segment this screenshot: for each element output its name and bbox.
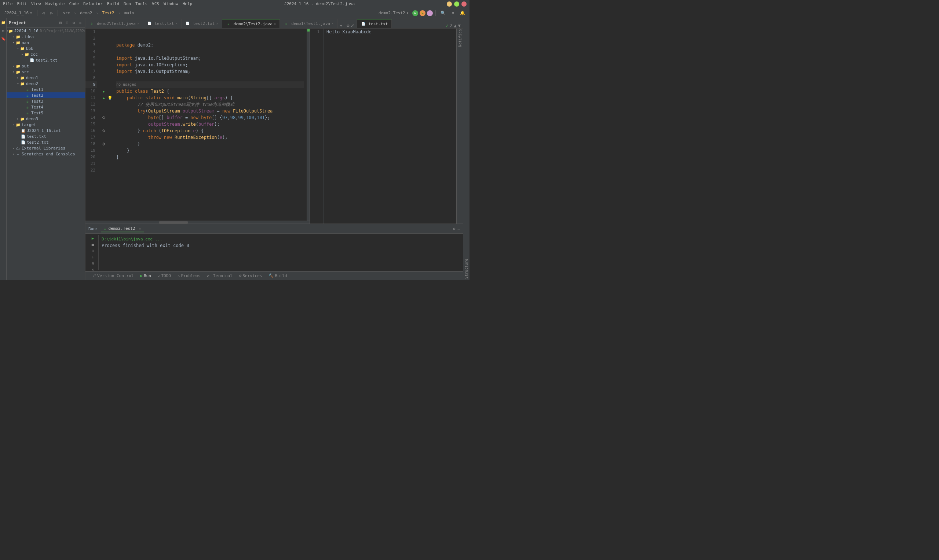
tab-close-2[interactable]: ✕ <box>216 22 218 25</box>
panel-icon-expand[interactable]: ⊞ <box>58 20 63 26</box>
tree-item-demo3[interactable]: ▸ 📁 demo3 <box>6 116 85 122</box>
run-settings-icon[interactable]: ⚙ <box>453 226 456 231</box>
bottom-tab-terminal[interactable]: >_ Terminal <box>204 273 236 279</box>
menu-run[interactable]: Run <box>123 2 131 6</box>
structure-label[interactable]: Structure <box>464 259 469 278</box>
bulb-icon-11[interactable]: 💡 <box>108 95 113 100</box>
tab-close-3[interactable]: ✕ <box>274 22 276 26</box>
toolbar-run-config[interactable]: demo2.Test2 ▾ <box>376 10 411 16</box>
bottom-tab-run[interactable]: ▶ Run <box>137 273 154 279</box>
toolbar-settings[interactable]: ⚙ <box>449 10 456 16</box>
maximize-button[interactable] <box>454 2 459 6</box>
breadcrumb-test2[interactable]: Test2 <box>100 10 117 16</box>
toolbar-navigate-back[interactable]: ◁ <box>40 10 47 16</box>
menu-edit[interactable]: Edit <box>17 2 27 6</box>
run-stop-button[interactable]: ■ <box>90 242 96 247</box>
debug-button[interactable]: 🐛 <box>419 10 426 16</box>
tab-test2txt[interactable]: 📄 test2.txt ✕ <box>182 19 222 28</box>
run-close-button[interactable]: ✕ <box>90 267 96 271</box>
menu-file[interactable]: File <box>3 2 13 6</box>
tree-item-test5[interactable]: ▸ ☕ Test5 <box>6 110 85 116</box>
panel-icon-settings[interactable]: ⚙ <box>71 20 76 26</box>
tab-action-expand[interactable]: ⤢ <box>351 23 354 28</box>
run-minimize-icon[interactable]: — <box>457 226 460 231</box>
run-tab-close[interactable]: ✕ <box>139 227 141 231</box>
run-scroll-button[interactable]: ↓ <box>90 255 96 260</box>
tree-item-target[interactable]: ▸ 📁 target <box>6 122 85 128</box>
tab-second-testtxt[interactable]: 📄 test.txt <box>357 19 392 28</box>
tree-item-demo1[interactable]: ▸ 📁 demo1 <box>6 75 85 81</box>
toolbar-notifications-btn[interactable]: 🔔 <box>458 10 467 16</box>
tab-demo2-test1[interactable]: ☕ demo2\Test1.java ✕ <box>85 19 143 28</box>
bottom-tab-todo[interactable]: ☑ TODO <box>155 273 174 279</box>
bottom-tab-services[interactable]: ⚙ Services <box>236 273 265 279</box>
tree-item-testtxt[interactable]: ▸ 📄 test.txt <box>6 134 85 139</box>
tab-action-settings[interactable]: ⚙ <box>347 23 349 28</box>
tree-item-demo2[interactable]: ▾ 📁 demo2 <box>6 81 85 86</box>
tree-item-ccc[interactable]: ▸ 📁 ccc <box>6 51 85 57</box>
menu-view[interactable]: View <box>31 2 41 6</box>
editor-scrollbar-h[interactable] <box>85 221 310 223</box>
tree-item-test2[interactable]: ▸ ☕ Test2 <box>6 92 85 98</box>
tree-item-test1[interactable]: ▸ ☕ Test1 <box>6 86 85 92</box>
activity-structure-icon[interactable]: ⊞ <box>1 28 6 33</box>
tab-close-0[interactable]: ✕ <box>137 22 139 25</box>
minimize-button[interactable] <box>447 2 452 6</box>
menu-window[interactable]: Window <box>163 2 178 6</box>
run-arrow-11[interactable]: ▶ <box>103 96 105 100</box>
tree-item-scratches[interactable]: ▸ ✏ Scratches and Consoles <box>6 151 85 157</box>
activity-bookmark-icon[interactable]: 🔖 <box>1 36 6 41</box>
notifications-label[interactable]: Notifications <box>457 30 463 35</box>
run-tab-demo2-test2[interactable]: ☕ demo2.Test2 ✕ <box>101 225 144 232</box>
panel-icon-close[interactable]: ✕ <box>78 20 83 26</box>
breadcrumb-main[interactable]: main <box>122 10 136 16</box>
tab-close-1[interactable]: ✕ <box>175 22 177 25</box>
menu-refactor[interactable]: Refactor <box>83 2 103 6</box>
run-filter-button[interactable]: ⊞ <box>90 248 96 253</box>
tree-item-out[interactable]: ▸ 📁 out <box>6 63 85 69</box>
close-button[interactable] <box>461 2 467 6</box>
bottom-tab-build[interactable]: 🔨 Build <box>265 273 290 279</box>
run-rerun-button[interactable]: ▶ <box>90 236 96 241</box>
breadcrumb-src[interactable]: src <box>60 10 72 16</box>
menu-navigate[interactable]: Navigate <box>45 2 65 6</box>
tree-item-aaa[interactable]: ▾ 📁 aaa <box>6 40 85 45</box>
activity-project-icon[interactable]: 📁 <box>1 20 6 25</box>
tree-item-extlib[interactable]: ▸ 🗂 External Libraries <box>6 145 85 151</box>
tree-item-idea[interactable]: ▸ 📁 .idea <box>6 34 85 40</box>
profile-button[interactable] <box>427 10 433 16</box>
tab-close-4[interactable]: ✕ <box>332 22 333 25</box>
tree-item-root[interactable]: ▾ 📁 J2024_1_16 D:\Project\JAVA\J2024 <box>6 28 85 34</box>
tree-item-src[interactable]: ▾ 📁 src <box>6 69 85 75</box>
second-code-content[interactable]: Hello XiaoMaabcde <box>324 29 456 223</box>
code-content[interactable]: package demo2 ; import java.io.FileOutpu… <box>113 29 307 221</box>
menu-help[interactable]: Help <box>183 2 193 6</box>
toolbar-project-selector[interactable]: J2024_1_16 ▾ <box>2 10 34 16</box>
tab-testtxt[interactable]: 📄 test.txt ✕ <box>143 19 181 28</box>
folder-icon-demo1: 📁 <box>20 75 25 80</box>
tree-item-test3[interactable]: ▸ ☕ Test3 <box>6 98 85 104</box>
tree-item-iml[interactable]: ▸ 📋 J2024_1_16.iml <box>6 128 85 134</box>
second-tab-nav-up[interactable]: ▲ <box>454 23 456 28</box>
bottom-tab-problems[interactable]: ⚠ Problems <box>174 273 204 279</box>
tab-demo1-test1[interactable]: ☕ demo1\Test1.java ✕ <box>280 19 338 28</box>
menu-tools[interactable]: Tools <box>135 2 148 6</box>
toolbar-navigate-forward[interactable]: ▷ <box>48 10 55 16</box>
tree-item-bbb[interactable]: ▾ 📁 bbb <box>6 45 85 51</box>
run-print-button[interactable]: 🖨 <box>90 261 96 266</box>
menu-code[interactable]: Code <box>69 2 79 6</box>
breadcrumb-demo2[interactable]: demo2 <box>78 10 94 16</box>
run-button[interactable]: ▶ <box>412 10 418 16</box>
menu-vcs[interactable]: VCS <box>152 2 159 6</box>
toolbar-search[interactable]: 🔍 <box>438 10 448 16</box>
panel-icon-collapse[interactable]: ⊟ <box>65 20 70 26</box>
bottom-tab-version-control[interactable]: ⎇ Version Control <box>88 273 136 279</box>
second-tab-nav-down[interactable]: ▼ <box>458 23 461 28</box>
tab-overflow-button[interactable]: ▾ <box>338 23 345 28</box>
tree-item-test4[interactable]: ▸ ☕ Test4 <box>6 104 85 110</box>
tree-item-test2txt-inner[interactable]: ▸ 📄 test2.txt <box>6 57 85 63</box>
menu-build[interactable]: Build <box>107 2 119 6</box>
run-arrow-10[interactable]: ▶ <box>103 89 105 94</box>
tree-item-test2txtr[interactable]: ▸ 📄 test2.txt <box>6 139 85 145</box>
tab-demo2-test2[interactable]: ☕ demo2\Test2.java ✕ <box>222 19 280 28</box>
